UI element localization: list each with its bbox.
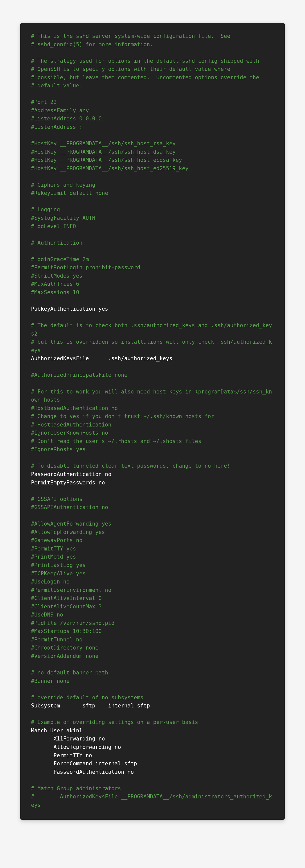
config-line: #AddressFamily any bbox=[31, 106, 274, 115]
config-line: #PermitTTY yes bbox=[31, 545, 274, 553]
config-line: ForceCommand internal-sftp bbox=[31, 760, 274, 768]
config-line: Match User akinl bbox=[31, 726, 274, 735]
config-line bbox=[31, 660, 274, 669]
config-line: # no default banner path bbox=[31, 669, 274, 677]
config-line: #LoginGraceTime 2m bbox=[31, 255, 274, 264]
config-line: # Match Group administrators bbox=[31, 784, 274, 793]
config-line: #PrintMotd yes bbox=[31, 553, 274, 561]
config-line: PermitTTY no bbox=[31, 751, 274, 760]
config-line: #ClientAliveCountMax 3 bbox=[31, 602, 274, 611]
config-line: #VersionAddendum none bbox=[31, 652, 274, 660]
config-line: #IgnoreRhosts yes bbox=[31, 445, 274, 454]
config-line: #HostbasedAuthentication no bbox=[31, 404, 274, 412]
config-line: #PermitUserEnvironment no bbox=[31, 586, 274, 594]
config-line: #PermitTunnel no bbox=[31, 636, 274, 644]
config-line: # OpenSSH is to specify options with the… bbox=[31, 65, 274, 73]
config-line: # Ciphers and keying bbox=[31, 181, 274, 189]
config-line bbox=[31, 512, 274, 520]
config-line bbox=[31, 454, 274, 462]
config-line: #SyslogFacility AUTH bbox=[31, 214, 274, 222]
config-line: #HostKey __PROGRAMDATA__/ssh/ssh_host_ec… bbox=[31, 156, 274, 164]
config-line bbox=[31, 685, 274, 693]
config-line: Subsystem sftp internal-sftp bbox=[31, 702, 274, 710]
config-line: #PrintLastLog yes bbox=[31, 561, 274, 569]
config-line bbox=[31, 379, 274, 388]
config-line: #HostKey __PROGRAMDATA__/ssh/ssh_host_ds… bbox=[31, 148, 274, 156]
config-line bbox=[31, 197, 274, 206]
config-line: X11Forwarding no bbox=[31, 735, 274, 743]
config-line: #Port 22 bbox=[31, 98, 274, 106]
config-line bbox=[31, 487, 274, 495]
config-line: #AllowAgentForwarding yes bbox=[31, 520, 274, 528]
config-line: # HostbasedAuthentication bbox=[31, 421, 274, 429]
page: # This is the sshd server system-wide co… bbox=[0, 0, 305, 850]
config-line: # Logging bbox=[31, 206, 274, 214]
config-line: # To disable tunneled clear text passwor… bbox=[31, 462, 274, 470]
config-line: #PidFile /var/run/sshd.pid bbox=[31, 619, 274, 627]
config-line: #HostKey __PROGRAMDATA__/ssh/ssh_host_rs… bbox=[31, 140, 274, 148]
config-line bbox=[31, 173, 274, 181]
config-line: #ClientAliveInterval 0 bbox=[31, 594, 274, 602]
sshd-config-code-block[interactable]: # This is the sshd server system-wide co… bbox=[20, 23, 285, 820]
config-line: #UseDNS no bbox=[31, 611, 274, 619]
config-line: PasswordAuthentication no bbox=[31, 768, 274, 776]
config-line: # default value. bbox=[31, 82, 274, 90]
config-line bbox=[31, 297, 274, 305]
config-line: #MaxSessions 10 bbox=[31, 288, 274, 297]
config-line: # but this is overridden so installation… bbox=[31, 338, 274, 354]
config-line: # The strategy used for options in the d… bbox=[31, 57, 274, 65]
config-line: #HostKey __PROGRAMDATA__/ssh/ssh_host_ed… bbox=[31, 164, 274, 173]
config-line: PasswordAuthentication no bbox=[31, 470, 274, 478]
config-line bbox=[31, 247, 274, 255]
config-line: # This is the sshd server system-wide co… bbox=[31, 32, 274, 40]
config-line: #RekeyLimit default none bbox=[31, 189, 274, 197]
config-line: # Example of overriding settings on a pe… bbox=[31, 718, 274, 726]
config-line: #IgnoreUserKnownHosts no bbox=[31, 429, 274, 437]
config-line: PermitEmptyPasswords no bbox=[31, 478, 274, 487]
config-line bbox=[31, 313, 274, 321]
config-line: # Authentication: bbox=[31, 239, 274, 247]
config-line: # Change to yes if you don't trust ~/.ss… bbox=[31, 412, 274, 421]
config-line: # possible, but leave them commented. Un… bbox=[31, 73, 274, 82]
sshd-config-content: # This is the sshd server system-wide co… bbox=[31, 32, 274, 809]
config-line: #GSSAPIAuthentication no bbox=[31, 503, 274, 512]
config-line: # sshd_config(5) for more information. bbox=[31, 40, 274, 49]
config-line: # The default is to check both .ssh/auth… bbox=[31, 321, 274, 338]
config-line bbox=[31, 49, 274, 57]
config-line: # For this to work you will also need ho… bbox=[31, 388, 274, 404]
config-line: AllowTcpForwarding no bbox=[31, 743, 274, 751]
config-line: #TCPKeepAlive yes bbox=[31, 569, 274, 578]
config-line: # AuthorizedKeysFile __PROGRAMDATA__/ssh… bbox=[31, 793, 274, 809]
config-line bbox=[31, 363, 274, 371]
config-line: #AuthorizedPrincipalsFile none bbox=[31, 371, 274, 379]
config-line: #GatewayPorts no bbox=[31, 536, 274, 545]
config-line bbox=[31, 710, 274, 718]
config-line: #MaxStartups 10:30:100 bbox=[31, 627, 274, 636]
config-line bbox=[31, 230, 274, 239]
config-line: #UseLogin no bbox=[31, 578, 274, 586]
config-line: # GSSAPI options bbox=[31, 495, 274, 503]
config-line: #ListenAddress :: bbox=[31, 123, 274, 131]
config-line bbox=[31, 776, 274, 784]
config-line: #Banner none bbox=[31, 677, 274, 685]
config-line bbox=[31, 90, 274, 98]
config-line: PubkeyAuthentication yes bbox=[31, 305, 274, 313]
config-line: #ChrootDirectory none bbox=[31, 644, 274, 652]
config-line: #StrictModes yes bbox=[31, 272, 274, 280]
config-line: #MaxAuthTries 6 bbox=[31, 280, 274, 288]
config-line: # Don't read the user's ~/.rhosts and ~/… bbox=[31, 437, 274, 445]
config-line: AuthorizedKeysFile .ssh/authorized_keys bbox=[31, 354, 274, 363]
config-line: #LogLevel INFO bbox=[31, 222, 274, 231]
config-line: #PermitRootLogin prohibit-password bbox=[31, 264, 274, 272]
config-line: #AllowTcpForwarding yes bbox=[31, 528, 274, 536]
config-line: #ListenAddress 0.0.0.0 bbox=[31, 115, 274, 123]
config-line: # override default of no subsystems bbox=[31, 693, 274, 702]
config-line bbox=[31, 131, 274, 140]
